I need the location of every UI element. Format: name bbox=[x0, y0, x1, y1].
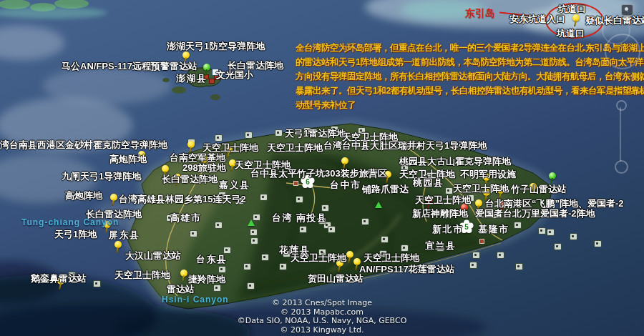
county-label: 基隆市 bbox=[478, 224, 509, 234]
site-label: 竹子山雷达站 bbox=[511, 184, 567, 194]
photo-icon[interactable] bbox=[275, 129, 283, 137]
photo-icon[interactable] bbox=[472, 252, 480, 259]
canyon-label: Tung-chiang Canyon bbox=[21, 218, 119, 227]
photo-icon[interactable] bbox=[296, 196, 303, 203]
photo-icon[interactable] bbox=[554, 243, 562, 250]
photo-icon[interactable] bbox=[215, 134, 223, 142]
photo-icon[interactable] bbox=[250, 229, 258, 236]
copyright-line: ©Data SIO, NOAA, U.S. Navy, NGA, GEBCO bbox=[179, 317, 465, 326]
photo-icon[interactable] bbox=[93, 280, 101, 287]
site-label: 长白雷达阵地 bbox=[162, 174, 218, 184]
county-label: 屏东县 bbox=[109, 230, 140, 239]
photo-icon[interactable] bbox=[245, 132, 253, 139]
photo-icon[interactable] bbox=[594, 240, 602, 247]
copyright-line: © 2013 Kingway Ltd. bbox=[179, 326, 465, 335]
zoom-slider[interactable] bbox=[620, 107, 623, 162]
site-label: 高炮阵地 bbox=[109, 154, 147, 164]
site-label: 不明军用设施 bbox=[460, 169, 516, 179]
photo-icon[interactable] bbox=[547, 229, 555, 236]
annotation-line: 方向没有导弹固定阵地，所有长白相控阵雷达都面向大陆方向。大陆拥有航母后，台湾东侧… bbox=[296, 69, 644, 84]
site-label: 天弓1阵地 bbox=[54, 229, 97, 239]
county-label: 台湾 南投县 bbox=[272, 213, 328, 222]
county-label: 桃园县 bbox=[413, 178, 444, 187]
site-label: 安东坑道入口 bbox=[509, 14, 565, 24]
site-label: 天空卫士阵地 bbox=[114, 270, 170, 280]
zoom-out-knob[interactable] bbox=[615, 160, 628, 174]
site-label: 298旅驻地 bbox=[182, 163, 226, 172]
island-callout-label: 东引岛 bbox=[465, 8, 495, 18]
photo-icon[interactable] bbox=[469, 262, 477, 269]
site-label: 台湾台中县大肚区瑞井村天弓1导弹阵地 bbox=[323, 141, 487, 150]
photo-icon[interactable] bbox=[215, 222, 223, 229]
photo-icon[interactable] bbox=[247, 282, 255, 290]
map-copyright: © 2013 Cnes/Spot Image© 2013 Mapabc.com©… bbox=[179, 299, 465, 335]
photo-icon[interactable] bbox=[218, 266, 226, 273]
photo-icon[interactable] bbox=[279, 263, 287, 270]
site-label: AN/FPS117花莲雷达站 bbox=[359, 265, 455, 274]
photo-icon[interactable] bbox=[223, 247, 231, 254]
photo-icon[interactable] bbox=[381, 236, 389, 243]
zoom-in-knob[interactable] bbox=[616, 100, 627, 111]
peak-icon bbox=[248, 219, 255, 226]
site-label: 湾台南县西港区金砂村霍克防空导弹阵地 bbox=[0, 140, 167, 149]
site-label: 雷达站 bbox=[167, 285, 195, 294]
photo-icon[interactable] bbox=[497, 252, 504, 259]
site-label: 文光国小 bbox=[216, 70, 253, 79]
photo-icon[interactable] bbox=[515, 263, 523, 270]
photo-icon[interactable] bbox=[538, 227, 546, 234]
site-label: 桃园县大古山霍克导弹阵地 bbox=[399, 157, 511, 166]
site-label: 鹅銮鼻雷达站 bbox=[31, 274, 87, 283]
move-joystick[interactable] bbox=[605, 34, 640, 69]
site-label: 九闸天弓1导弹阵地 bbox=[62, 172, 141, 181]
site-label: 澎湖天弓1防空导弹阵地 bbox=[167, 41, 265, 51]
site-label: 新店神雕阵地 bbox=[412, 209, 468, 218]
photo-icon[interactable] bbox=[328, 226, 336, 233]
photo-icon[interactable] bbox=[299, 226, 307, 233]
photo-icon[interactable] bbox=[261, 254, 269, 261]
site-label: 天空卫士阵地 bbox=[203, 143, 258, 152]
site-label: 坑道口 bbox=[558, 4, 586, 14]
site-label: 台南空军基地 bbox=[170, 153, 225, 162]
site-label: 高炮阵地 bbox=[65, 191, 102, 200]
svg-text:6: 6 bbox=[306, 178, 310, 186]
photo-icon[interactable] bbox=[213, 285, 221, 292]
site-label: 天空卫士阵地 bbox=[364, 253, 419, 262]
photo-icon[interactable] bbox=[570, 233, 577, 240]
photo-icon[interactable] bbox=[321, 204, 329, 212]
pushpin-yellow-icon[interactable] bbox=[112, 241, 122, 254]
county-label: 宜兰县 bbox=[425, 241, 457, 250]
pushpin-badge-icon[interactable] bbox=[621, 4, 633, 16]
copyright-line: © 2013 Cnes/Spot Image bbox=[179, 299, 465, 308]
pushpin-yellow-icon[interactable] bbox=[178, 270, 188, 282]
annotation-text-block: 全台湾防空为环岛部署，但重点在台北，唯一的三个爱国者2导弹连全在台北.东引岛与澎… bbox=[296, 41, 644, 112]
site-label: 爱国者台北万里爱国者-2阵地 bbox=[475, 209, 595, 218]
peak-icon bbox=[375, 202, 382, 208]
county-label: 新北市 bbox=[432, 224, 464, 234]
photo-icon[interactable] bbox=[190, 230, 197, 237]
photo-icon[interactable] bbox=[445, 187, 453, 194]
site-label: 天弓1雷达阵地 bbox=[285, 129, 346, 138]
site-label: 大汉山雷达站 bbox=[125, 251, 181, 260]
county-label: 台中市 bbox=[330, 180, 361, 189]
pushpin-yellow-icon[interactable] bbox=[108, 194, 118, 207]
site-label: 天空卫士阵地 bbox=[415, 195, 471, 204]
county-label: 澎湖县 bbox=[176, 74, 208, 83]
county-label: 台东县 bbox=[196, 255, 228, 264]
annotation-line: 暴露出来了。但天弓1和2都有机动型号，长白相控阵雷达也有机动型号，看来台军是指望… bbox=[296, 84, 644, 98]
county-label: 嘉义县 bbox=[219, 180, 250, 189]
site-label: 铺路爪雷达 bbox=[362, 184, 409, 194]
photo-icon[interactable] bbox=[401, 244, 409, 252]
svg-text:5: 5 bbox=[464, 223, 469, 231]
town-dot-icon bbox=[479, 239, 484, 244]
site-label: 贺田山雷达站 bbox=[308, 274, 364, 283]
annotation-line: 全台湾防空为环岛部署，但重点在台北，唯一的三个爱国者2导弹连全在台北.东引岛与澎… bbox=[296, 41, 644, 55]
photo-icon[interactable] bbox=[243, 263, 251, 270]
site-label: 天空卫士阵地 bbox=[291, 253, 346, 262]
google-earth-viewport[interactable]: 6 5 东引岛坑道口安东坑道入口疑似长白雷达站坑道口澎湖天弓1防空导弹阵地马公A… bbox=[0, 0, 644, 336]
site-label: 马公AN/FPS-117远程预警雷达站 bbox=[62, 61, 197, 71]
photo-icon[interactable] bbox=[361, 218, 369, 225]
site-label: 坑道口 bbox=[557, 29, 585, 38]
photo-icon[interactable] bbox=[260, 194, 268, 201]
photo-icon[interactable] bbox=[250, 237, 258, 244]
photo-icon[interactable] bbox=[514, 222, 522, 229]
